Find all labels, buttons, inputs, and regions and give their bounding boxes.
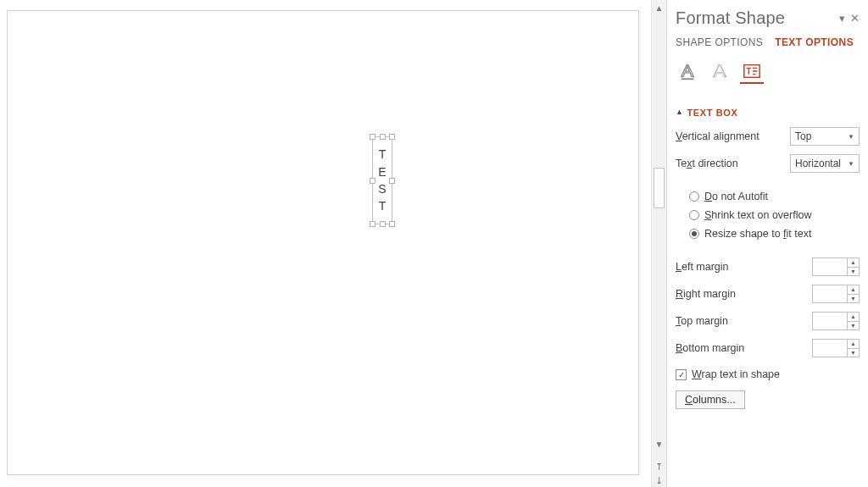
radio-icon bbox=[689, 229, 699, 239]
columns-button[interactable]: Columns... bbox=[676, 390, 745, 409]
textbox-icon[interactable] bbox=[740, 60, 764, 84]
prev-slide-icon[interactable]: ⤒ bbox=[652, 460, 667, 473]
spinner-down-icon[interactable]: ▼ bbox=[848, 349, 859, 357]
radio-do-not-autofit[interactable]: Do not Autofit Do not Autofit bbox=[676, 187, 860, 206]
textbox-char: S bbox=[378, 180, 386, 197]
pane-menu-icon[interactable]: ▾ bbox=[839, 12, 845, 25]
textbox-char: T bbox=[379, 197, 387, 214]
spinner-down-icon[interactable]: ▼ bbox=[848, 322, 859, 330]
label-left-margin: Left margin bbox=[676, 261, 812, 273]
resize-handle[interactable] bbox=[380, 134, 386, 140]
spinner-down-icon[interactable]: ▼ bbox=[848, 295, 859, 303]
checkbox-icon: ✓ bbox=[676, 369, 687, 380]
spinner-up-icon[interactable]: ▲ bbox=[848, 340, 859, 349]
label-vertical-alignment: Vertical alignment bbox=[676, 130, 790, 142]
radio-icon bbox=[689, 210, 699, 220]
resize-handle[interactable] bbox=[380, 221, 386, 227]
tab-text-options[interactable]: TEXT OPTIONS bbox=[775, 36, 854, 48]
pane-close-icon[interactable]: ✕ bbox=[850, 12, 860, 25]
svg-rect-0 bbox=[682, 78, 694, 80]
tab-shape-options[interactable]: SHAPE OPTIONS bbox=[676, 36, 763, 48]
text-fill-outline-icon[interactable] bbox=[676, 60, 699, 84]
resize-handle[interactable] bbox=[389, 221, 395, 227]
label-bottom-margin: Bottom margin bbox=[676, 342, 812, 354]
input-bottom-margin[interactable]: ▲▼ bbox=[812, 339, 860, 357]
pane-title: Format Shape bbox=[676, 8, 785, 28]
resize-handle[interactable] bbox=[389, 178, 395, 184]
input-left-margin[interactable]: ▲▼ bbox=[812, 257, 860, 276]
pane-tabs: SHAPE OPTIONS TEXT OPTIONS bbox=[676, 36, 860, 53]
collapse-icon: ▲ bbox=[676, 108, 684, 116]
scroll-track[interactable] bbox=[652, 15, 666, 436]
vertical-scrollbar[interactable]: ▲ ▼ ⤒ ⤓ bbox=[651, 0, 666, 487]
scroll-thumb[interactable] bbox=[654, 168, 665, 208]
scroll-down-icon[interactable]: ▼ bbox=[652, 436, 667, 451]
section-textbox[interactable]: ▲ TEXT BOX bbox=[676, 102, 860, 123]
input-right-margin[interactable]: ▲▼ bbox=[812, 285, 860, 303]
input-top-margin[interactable]: ▲▼ bbox=[812, 312, 860, 330]
label-right-margin: Right margin bbox=[676, 288, 812, 300]
next-slide-icon[interactable]: ⤓ bbox=[652, 473, 667, 487]
app-root: T E S T ▲ ▼ ⤒ ⤓ Format Shape bbox=[0, 0, 868, 487]
textbox-char: E bbox=[378, 163, 386, 180]
resize-handle[interactable] bbox=[370, 134, 376, 140]
spinner-up-icon[interactable]: ▲ bbox=[848, 258, 859, 268]
resize-handle[interactable] bbox=[389, 134, 395, 140]
resize-handle[interactable] bbox=[370, 178, 376, 184]
resize-handle[interactable] bbox=[370, 221, 376, 227]
checkbox-wrap-text[interactable]: ✓ Wrap text in shape Wrap text in shape bbox=[676, 362, 860, 387]
select-vertical-alignment[interactable]: Top ▼ bbox=[790, 127, 860, 146]
label-top-margin: Top margin bbox=[676, 315, 812, 327]
format-shape-pane: Format Shape ▾ ✕ SHAPE OPTIONS TEXT OPTI… bbox=[666, 0, 868, 487]
slide[interactable]: T E S T bbox=[7, 10, 639, 475]
radio-resize-to-fit[interactable]: Resize shape to fit text Resize shape to… bbox=[676, 224, 860, 243]
radio-shrink-overflow[interactable]: Shrink text on overflow Shrink text on o… bbox=[676, 206, 860, 224]
scroll-up-icon[interactable]: ▲ bbox=[652, 0, 667, 15]
chevron-down-icon: ▼ bbox=[848, 133, 854, 141]
textbox-char: T bbox=[379, 146, 387, 163]
select-text-direction[interactable]: Horizontal ▼ bbox=[790, 154, 860, 173]
text-effects-icon[interactable] bbox=[708, 60, 732, 84]
radio-icon bbox=[689, 191, 699, 202]
label-text-direction: Text direction bbox=[676, 158, 790, 169]
spinner-up-icon[interactable]: ▲ bbox=[848, 285, 859, 295]
spinner-up-icon[interactable]: ▲ bbox=[848, 313, 859, 322]
spinner-down-icon[interactable]: ▼ bbox=[848, 268, 859, 276]
chevron-down-icon: ▼ bbox=[848, 160, 854, 168]
svg-rect-1 bbox=[744, 64, 760, 77]
textbox-selected[interactable]: T E S T bbox=[372, 136, 392, 224]
canvas-area: T E S T bbox=[0, 0, 651, 487]
